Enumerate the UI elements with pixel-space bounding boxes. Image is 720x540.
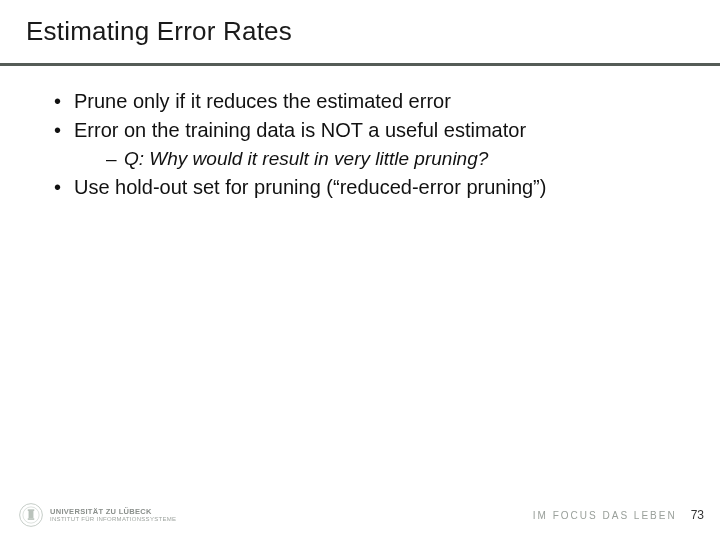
institute-name: INSTITUT FÜR INFORMATIONSSYSTEME xyxy=(50,516,176,522)
svg-rect-3 xyxy=(28,509,35,511)
slide-title: Estimating Error Rates xyxy=(26,16,694,47)
list-item: Error on the training data is NOT a usef… xyxy=(54,117,700,172)
university-seal-icon xyxy=(18,502,44,528)
bullet-text: Use hold-out set for pruning (“reduced-e… xyxy=(74,176,546,198)
university-name: UNIVERSITÄT ZU LÜBECK xyxy=(50,508,176,516)
svg-rect-2 xyxy=(29,510,34,518)
bullet-text: Error on the training data is NOT a usef… xyxy=(74,119,526,141)
sub-bullet-list: Q: Why would it result in very little pr… xyxy=(74,146,700,172)
list-item: Q: Why would it result in very little pr… xyxy=(106,146,700,172)
list-item: Use hold-out set for pruning (“reduced-e… xyxy=(54,174,700,201)
bullet-text: Prune only if it reduces the estimated e… xyxy=(74,90,451,112)
footer-right: IM FOCUS DAS LEBEN 73 xyxy=(533,508,704,522)
list-item: Prune only if it reduces the estimated e… xyxy=(54,88,700,115)
svg-rect-4 xyxy=(28,518,35,520)
university-text: UNIVERSITÄT ZU LÜBECK INSTITUT FÜR INFOR… xyxy=(50,508,176,522)
footer: UNIVERSITÄT ZU LÜBECK INSTITUT FÜR INFOR… xyxy=(0,500,720,530)
title-block: Estimating Error Rates xyxy=(0,0,720,55)
slide: Estimating Error Rates Prune only if it … xyxy=(0,0,720,540)
page-number: 73 xyxy=(691,508,704,522)
footer-motto: IM FOCUS DAS LEBEN xyxy=(533,510,677,521)
sub-bullet-text: Q: Why would it result in very little pr… xyxy=(124,148,488,169)
content-area: Prune only if it reduces the estimated e… xyxy=(0,66,720,201)
bullet-list: Prune only if it reduces the estimated e… xyxy=(30,88,700,201)
footer-left: UNIVERSITÄT ZU LÜBECK INSTITUT FÜR INFOR… xyxy=(18,502,176,528)
